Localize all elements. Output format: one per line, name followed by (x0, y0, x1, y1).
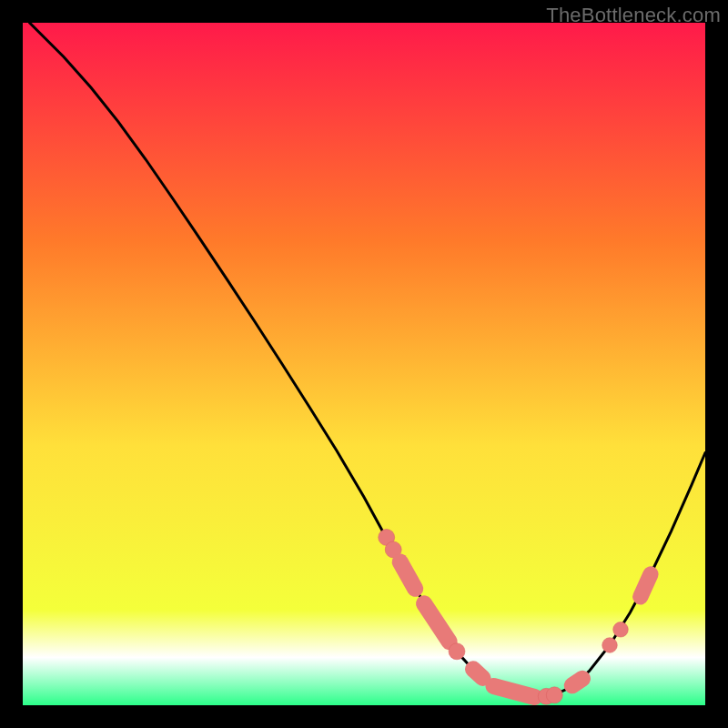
curve-marker-dot (546, 687, 562, 703)
curve-marker-segment (494, 686, 535, 697)
curve-marker-segment (572, 679, 582, 686)
curve-marker-dot (449, 643, 465, 660)
chart-svg (23, 23, 705, 705)
curve-marker-dot (613, 622, 629, 638)
curve-marker-segment (473, 669, 483, 678)
curve-marker-dot (602, 638, 618, 653)
chart-frame: TheBottleneck.com (0, 0, 728, 728)
curve-marker-segment (641, 574, 651, 597)
plot-area (23, 23, 705, 705)
gradient-background (23, 23, 705, 705)
